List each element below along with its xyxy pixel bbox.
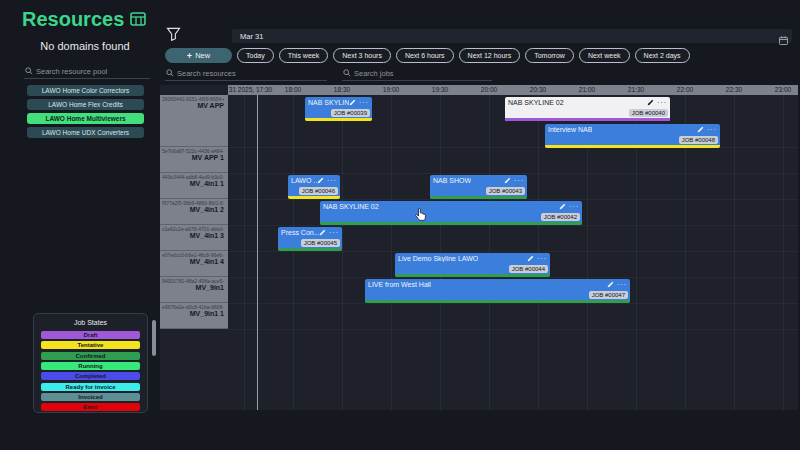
job-title: NAB SKYLIN...	[308, 99, 349, 106]
job-number-badge: JOB #00040	[629, 109, 668, 117]
job-state-underline	[545, 145, 720, 148]
job-state-underline	[278, 248, 342, 251]
job-bar[interactable]: LAWO ...···JOB #00046	[288, 175, 340, 199]
calendar-icon[interactable]	[779, 31, 788, 49]
mouse-cursor	[415, 207, 426, 225]
page-title-row: Resources	[22, 8, 146, 31]
legend-state: Ready for invoice	[41, 383, 140, 391]
more-options-icon[interactable]: ···	[514, 179, 524, 183]
quick-range-pill[interactable]: Next week	[579, 48, 630, 63]
edit-pencil-icon[interactable]	[349, 99, 356, 106]
job-bar[interactable]: NAB SKYLINE 02···JOB #00040	[505, 97, 670, 121]
quick-range-pill[interactable]: Tomorrow	[525, 48, 574, 63]
schedule-timeline: Mar 31 2025, 17:3018:0018:3019:0019:3020…	[160, 85, 798, 410]
new-button[interactable]: + New	[165, 48, 232, 63]
more-options-icon[interactable]: ···	[329, 231, 339, 235]
search-resource-pool	[24, 64, 150, 79]
quick-range-pill[interactable]: Next 2 days	[635, 48, 690, 63]
search-jobs-input[interactable]	[342, 66, 492, 80]
job-states-legend: Job States DraftTentativeConfirmedRunnin…	[33, 313, 148, 413]
job-state-underline	[288, 196, 340, 199]
pool-item[interactable]: LAWO Home Color Correctors	[27, 85, 144, 96]
search-resources	[165, 66, 327, 81]
job-number-badge: JOB #00046	[299, 187, 338, 195]
resource-pool-list: LAWO Home Color CorrectorsLAWO Home Flex…	[27, 85, 144, 141]
job-state-underline	[430, 196, 527, 199]
job-state-underline	[505, 118, 670, 121]
job-title: NAB SHOW	[433, 177, 471, 184]
edit-pencil-icon[interactable]	[319, 229, 326, 236]
vertical-scrollbar-thumb[interactable]	[152, 320, 156, 356]
page-title: Resources	[22, 8, 124, 31]
edit-pencil-icon[interactable]	[647, 99, 654, 106]
job-title: LIVE from West Hall	[368, 281, 431, 288]
job-state-underline	[365, 300, 630, 303]
date-input[interactable]	[238, 29, 758, 43]
new-button-label: New	[195, 51, 210, 60]
more-options-icon[interactable]: ···	[537, 257, 547, 261]
legend-state: Tentative	[41, 341, 140, 349]
edit-pencil-icon[interactable]	[527, 255, 534, 262]
job-bar[interactable]: NAB SKYLIN...···JOB #00039	[305, 97, 372, 121]
legend-state: Running	[41, 362, 140, 370]
legend-state: Invoiced	[41, 393, 140, 401]
search-resources-input[interactable]	[165, 66, 327, 80]
edit-pencil-icon[interactable]	[317, 177, 324, 184]
edit-pencil-icon[interactable]	[697, 126, 704, 133]
schedule-board-icon	[130, 8, 146, 31]
quick-range-pill[interactable]: This week	[279, 48, 329, 63]
date-field	[232, 29, 792, 43]
plus-icon: +	[187, 51, 192, 61]
edit-pencil-icon[interactable]	[559, 203, 566, 210]
legend-state: Error	[41, 403, 140, 411]
more-options-icon[interactable]: ···	[569, 205, 579, 209]
job-title: LAWO ...	[291, 177, 317, 184]
pool-item[interactable]: LAWO Home Flex Credits	[27, 99, 144, 110]
more-options-icon[interactable]: ···	[707, 128, 717, 132]
pool-item[interactable]: LAWO Home Multiviewers	[27, 113, 144, 124]
job-bar[interactable]: NAB SHOW···JOB #00043	[430, 175, 527, 199]
job-number-badge: JOB #00042	[541, 213, 580, 221]
job-state-underline	[320, 222, 582, 225]
quick-range-pill[interactable]: Next 3 hours	[333, 48, 391, 63]
more-options-icon[interactable]: ···	[657, 101, 667, 105]
legend-state: Draft	[41, 331, 140, 339]
pool-item[interactable]: LAWO Home UDX Converters	[27, 127, 144, 138]
job-bar[interactable]: NAB SKYLINE 02···JOB #00042	[320, 201, 582, 225]
job-number-badge: JOB #00048	[679, 136, 718, 144]
job-number-badge: JOB #00044	[509, 265, 548, 273]
job-number-badge: JOB #00039	[331, 109, 370, 117]
job-state-underline	[395, 274, 550, 277]
job-number-badge: JOB #00045	[301, 239, 340, 247]
search-resource-pool-input[interactable]	[24, 64, 150, 78]
job-number-badge: JOB #00043	[486, 187, 525, 195]
more-options-icon[interactable]: ···	[359, 101, 369, 105]
job-title: Press Con...	[281, 229, 319, 236]
quick-range-pill[interactable]: Next 6 hours	[396, 48, 454, 63]
job-title: NAB SKYLINE 02	[508, 99, 564, 106]
job-bar[interactable]: Interview NAB···JOB #00048	[545, 124, 720, 148]
search-jobs	[342, 66, 492, 81]
legend-state: Completed	[41, 372, 140, 380]
quick-range-pill[interactable]: Today	[237, 48, 274, 63]
legend-title: Job States	[34, 319, 147, 326]
job-number-badge: JOB #00047	[589, 291, 628, 299]
edit-pencil-icon[interactable]	[504, 177, 511, 184]
app-window: Resources No domains found LAWO Home Col…	[0, 0, 800, 450]
job-title: Interview NAB	[548, 126, 592, 133]
quick-range-pill[interactable]: Next 12 hours	[459, 48, 521, 63]
job-title: Live Demo Skyline LAWO	[398, 255, 478, 262]
filter-funnel-icon[interactable]	[166, 27, 181, 45]
jobs-layer: NAB SKYLIN...···JOB #00039NAB SKYLINE 02…	[160, 85, 798, 410]
more-options-icon[interactable]: ···	[617, 283, 627, 287]
legend-state: Confirmed	[41, 352, 140, 360]
no-domains-message: No domains found	[18, 40, 152, 52]
job-title: NAB SKYLINE 02	[323, 203, 379, 210]
more-options-icon[interactable]: ···	[327, 179, 337, 183]
job-bar[interactable]: Live Demo Skyline LAWO···JOB #00044	[395, 253, 550, 277]
edit-pencil-icon[interactable]	[607, 281, 614, 288]
job-bar[interactable]: LIVE from West Hall···JOB #00047	[365, 279, 630, 303]
job-state-underline	[305, 118, 372, 121]
quick-range-buttons: TodayThis weekNext 3 hoursNext 6 hoursNe…	[237, 48, 690, 63]
job-bar[interactable]: Press Con...···JOB #00045	[278, 227, 342, 251]
